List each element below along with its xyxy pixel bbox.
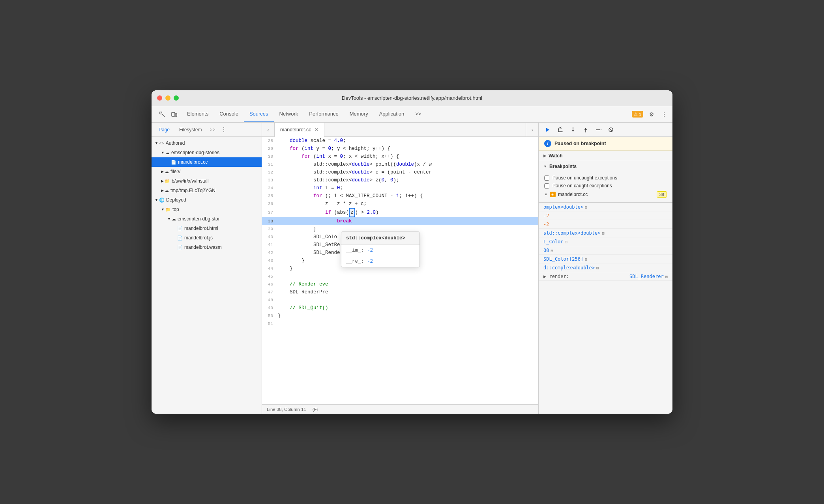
breakpoints-label: Breakpoints [549,164,577,169]
step-out-btn[interactable] [581,125,591,135]
scope-val-0: omplex<double> [543,204,583,210]
more-options-icon[interactable]: ⋮ [660,110,669,119]
pause-uncaught-checkbox[interactable] [544,175,549,181]
code-line-47: 47 SDL_RenderPre [262,288,538,296]
tree-item-tmp[interactable]: ▶ ☁ tmp/tmp.ELcTq2YGN [152,186,262,195]
scope-type-7: ⊞ [596,265,599,270]
pause-caught-label: Pause on caught exceptions [552,183,612,189]
tooltip-key-0: __im_: [346,246,364,254]
step-into-btn[interactable] [568,125,578,135]
breakpoints-section-header[interactable]: ▼ Breakpoints [539,161,672,172]
step-btn[interactable] [593,125,603,135]
tree-item-emscripten2[interactable]: ▼ ☁ emscripten-dbg-stor [152,214,262,224]
status-position: Line 38, Column 11 [267,407,306,412]
step-over-btn[interactable] [555,125,566,135]
scope-row-0: omplex<double> ⊞ [539,203,672,211]
warning-count: 1 [639,112,641,117]
tree-item-label: mandelbrot.html [184,226,218,231]
scope-row-3: std::complex<double> ⊞ [539,229,672,237]
tree-item-emscripten1[interactable]: ▼ ☁ emscripten-dbg-stories [152,148,262,157]
scope-val-5: 00 [543,248,549,253]
chevron-down-icon: ▼ [167,217,171,221]
cloud-icon: ☁ [165,169,169,174]
warning-icon: ⚠ [634,112,638,117]
cloud-icon: ☁ [165,150,170,155]
left-panel: Page Filesystem >> ⋮ ▼ <> Authored ▼ ☁ [152,123,262,414]
editor-file-tab[interactable]: mandelbrot.cc ✕ [275,123,324,137]
paused-label: Paused on breakpoint [554,141,606,146]
pause-caught-checkbox[interactable] [544,183,549,189]
chevron-down-icon: ▼ [161,151,165,155]
scope-panel: omplex<double> ⊞ -2 -2 std::complex<doub… [539,203,672,414]
tab-sources[interactable]: Sources [244,106,274,122]
status-bar: Line 38, Column 11 (Fr [262,404,538,414]
watch-section-header[interactable]: ▶ Watch [539,151,672,161]
deactivate-breakpoints-btn[interactable] [606,125,616,135]
device-toggle-icon[interactable] [170,110,178,119]
watch-section: ▶ Watch [539,151,672,161]
watch-label: Watch [549,153,563,159]
tree-item-top[interactable]: ▼ 📁 top [152,205,262,214]
editor-tabs: ‹ mandelbrot.cc ✕ › [262,123,538,137]
pause-uncaught-label: Pause on uncaught exceptions [552,175,617,181]
nav-left-icon[interactable]: ‹ [262,123,275,137]
tab-console[interactable]: Console [214,106,244,122]
bp-file-header: ▼ ◈ mandelbrot.cc 38 [544,190,667,199]
file-icon: 📄 [177,226,183,231]
devtools-window: DevTools - emscripten-dbg-stories.netlif… [152,90,672,414]
warning-badge[interactable]: ⚠ 1 [632,111,643,118]
chevron-right-icon: ▶ [161,170,164,174]
middle-panel: ‹ mandelbrot.cc ✕ › 28 double scale = 4.… [262,123,538,414]
tooltip-title: std::complex<double> [346,235,405,241]
tree-item-file[interactable]: ▶ ☁ file:// [152,167,262,176]
tab-network[interactable]: Network [274,106,304,122]
tab-application[interactable]: Application [374,106,410,122]
resume-btn[interactable] [543,125,553,135]
tree-item-authored[interactable]: ▼ <> Authored [152,138,262,148]
code-area[interactable]: 28 double scale = 4.0; 29 for (int y = 0… [262,137,538,404]
chevron-down-icon: ▼ [155,141,158,145]
file-icon: 📄 [177,245,183,250]
nav-right-icon[interactable]: › [526,123,538,137]
tree-item-label: Deployed [166,197,186,203]
tab-elements[interactable]: Elements [182,106,214,122]
maximize-button[interactable] [174,95,179,101]
code-line-48: 48 [262,296,538,304]
scope-val-4: L_Color [543,239,564,245]
tab-memory[interactable]: Memory [344,106,374,122]
tree-item-deployed[interactable]: ▼ 🌐 Deployed [152,195,262,205]
panel-tab-more[interactable]: >> [207,125,217,134]
svg-line-13 [609,128,612,131]
panel-tab-page[interactable]: Page [155,125,174,134]
pause-caught-row: Pause on caught exceptions [544,182,667,190]
tree-item-mandelbrot-js[interactable]: ▶ 📄 mandelbrot.js [152,233,262,243]
tree-item-mandelbrot-html[interactable]: ▶ 📄 mandelbrot.html [152,224,262,233]
devtools-tabs-bar: Elements Console Sources Network Perform… [152,106,672,123]
cloud-icon: ☁ [165,188,169,193]
tree-item-mandelbrot-wasm[interactable]: ▶ 📄 mandelbrot.wasm [152,243,262,252]
status-extra: (Fr [313,407,318,412]
settings-icon[interactable]: ⚙ [647,110,656,119]
code-line-36: 36 z = z * z + c; [262,200,538,208]
tab-performance[interactable]: Performance [303,106,344,122]
scope-type-5: ⊞ [551,248,553,253]
scope-type-3: ⊞ [602,231,605,235]
panel-tab-filesystem[interactable]: Filesystem [175,125,206,134]
panel-tab-dots[interactable]: ⋮ [221,126,227,133]
scope-type-8: ⊞ [665,274,668,279]
code-line-38: 38 break [262,217,538,225]
minimize-button[interactable] [165,95,170,101]
tree-item-bswir[interactable]: ▶ 📁 b/s/w/ir/x/w/install [152,176,262,186]
tab-more[interactable]: >> [410,106,427,122]
devtools-icons-left [155,106,182,122]
tree-item-mandelbrot-cc[interactable]: ▶ 📄 mandelbrot.cc [152,157,262,167]
file-icon: 📄 [177,235,183,241]
scope-val-2: -2 [543,222,549,227]
tooltip-val-1: -2 [367,258,373,265]
close-button[interactable] [157,95,162,101]
chevron-right-icon: ▶ [161,189,164,192]
close-tab-icon[interactable]: ✕ [315,127,318,133]
tree-item-label: file:// [170,169,180,174]
select-element-icon[interactable] [158,110,167,119]
folder-icon: 📁 [165,207,171,212]
